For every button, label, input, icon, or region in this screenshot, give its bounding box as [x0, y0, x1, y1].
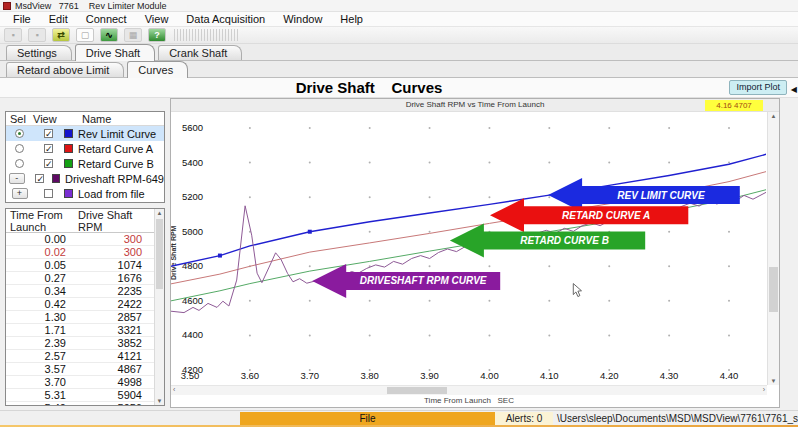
import-plot-button[interactable]: Import Plot [729, 80, 787, 95]
cell-time[interactable]: 0.02 [6, 246, 68, 258]
print-icon[interactable]: ▪ [28, 28, 46, 42]
scroll-right-icon[interactable]: › [763, 386, 765, 393]
annotation-label: RETARD CURVE A [562, 210, 650, 221]
table-row[interactable]: 0.271676 [6, 272, 154, 285]
cell-rpm[interactable]: 2235 [68, 285, 148, 297]
checkbox-driveshaft-rpm[interactable]: ✓ [35, 174, 44, 183]
chart-vertical-scrollbar[interactable]: ▲ ▼ [767, 112, 779, 385]
save-icon[interactable]: ▪ [4, 28, 22, 42]
tab-curves[interactable]: Curves [127, 61, 188, 78]
legend-name-driveshaft-rpm[interactable]: Driveshaft RPM-649 [65, 173, 164, 185]
table-row[interactable]: 0.422422 [6, 298, 154, 311]
y-axis-label: Drive Shaft RPM [171, 225, 177, 280]
cell-rpm[interactable]: 4998 [68, 376, 148, 388]
scroll-thumb[interactable] [156, 219, 163, 289]
checkbox-retard-a[interactable]: ✓ [44, 144, 53, 153]
grid-icon[interactable]: ▦ [124, 28, 142, 42]
menu-connect[interactable]: Connect [77, 13, 136, 25]
cell-rpm[interactable]: 5904 [68, 389, 148, 401]
checkbox-rev-limit[interactable]: ✓ [44, 129, 53, 138]
chart-horizontal-scrollbar[interactable]: ‹ › [171, 385, 767, 395]
cell-time[interactable]: 0.27 [6, 272, 68, 284]
connect-icon[interactable]: ⇄ [52, 28, 70, 42]
scroll-thumb[interactable] [769, 267, 778, 312]
table-row[interactable]: 0.051074 [6, 259, 154, 272]
cell-time[interactable]: 0.05 [6, 259, 68, 271]
menu-view[interactable]: View [136, 13, 178, 25]
menu-file[interactable]: File [4, 13, 40, 25]
cell-time[interactable]: 2.39 [6, 337, 68, 349]
tab-settings[interactable]: Settings [6, 45, 72, 60]
legend-name-retard-b[interactable]: Retard Curve B [78, 158, 164, 170]
legend-row-rev-limit[interactable]: ✓ Rev Limit Curve [6, 126, 164, 141]
tab-drive-shaft[interactable]: Drive Shaft [75, 44, 155, 61]
cell-rpm[interactable]: 2857 [68, 311, 148, 323]
cell-time[interactable]: 1.71 [6, 324, 68, 336]
table-scrollbar[interactable]: ▲ ▼ [154, 209, 164, 405]
table-row[interactable]: 3.704998 [6, 376, 154, 389]
checkbox-load-from-file[interactable] [44, 189, 53, 198]
table-row[interactable]: 0.02300 [6, 246, 154, 259]
menu-window[interactable]: Window [274, 13, 331, 25]
cell-time[interactable]: 3.57 [6, 363, 68, 375]
scroll-thumb[interactable] [387, 387, 447, 394]
table-row[interactable]: 2.393852 [6, 337, 154, 350]
cell-time[interactable]: 2.57 [6, 350, 68, 362]
radio-rev-limit[interactable] [15, 129, 24, 138]
plot-area[interactable]: 420044004600480050005200540056003.503.60… [171, 112, 766, 385]
remove-curve-button[interactable]: - [9, 173, 25, 184]
cell-rpm[interactable]: 300 [68, 246, 148, 258]
panel-collapse-icon[interactable]: ◀ [791, 85, 797, 94]
table-row[interactable]: 1.713321 [6, 324, 154, 337]
cell-rpm[interactable]: 4121 [68, 350, 148, 362]
tab-retard-above-limit[interactable]: Retard above Limit [6, 62, 124, 77]
legend-row-load-from-file[interactable]: + Load from file [6, 186, 164, 201]
table-row[interactable]: 0.00300 [6, 233, 154, 246]
menu-data-acquisition[interactable]: Data Acquisition [177, 13, 274, 25]
table-row[interactable]: 1.302857 [6, 311, 154, 324]
cell-rpm[interactable]: 4867 [68, 363, 148, 375]
cell-rpm[interactable]: 2422 [68, 298, 148, 310]
radio-retard-a[interactable] [15, 144, 24, 153]
table-row[interactable]: 0.342235 [6, 285, 154, 298]
cell-rpm[interactable]: 300 [68, 233, 148, 245]
add-curve-button[interactable]: + [12, 188, 28, 199]
status-file-path: \Users\sleep\Documents\MSD\MSDView\7761\… [557, 412, 798, 425]
scroll-down-icon[interactable]: ▼ [768, 378, 779, 384]
new-file-icon[interactable]: ▢ [76, 28, 94, 42]
table-row[interactable]: 5.405956 [6, 402, 154, 406]
cell-time[interactable]: 3.70 [6, 376, 68, 388]
scroll-up-icon[interactable]: ▲ [768, 113, 779, 119]
cell-time[interactable]: 5.31 [6, 389, 68, 401]
menu-edit[interactable]: Edit [40, 13, 77, 25]
legend-name-rev-limit[interactable]: Rev Limit Curve [78, 128, 164, 140]
cell-rpm[interactable]: 1074 [68, 259, 148, 271]
legend-row-retard-a[interactable]: ✓ Retard Curve A [6, 141, 164, 156]
cell-time[interactable]: 0.42 [6, 298, 68, 310]
scroll-up-icon[interactable]: ▲ [155, 210, 164, 216]
legend-row-retard-b[interactable]: ✓ Retard Curve B [6, 156, 164, 171]
table-row[interactable]: 5.315904 [6, 389, 154, 402]
cell-rpm[interactable]: 3321 [68, 324, 148, 336]
grid-dot [309, 196, 311, 198]
menu-help[interactable]: Help [331, 13, 372, 25]
help-icon[interactable]: ? [148, 28, 166, 42]
table-row[interactable]: 3.574867 [6, 363, 154, 376]
legend-row-driveshaft-rpm[interactable]: - ✓ Driveshaft RPM-649 [6, 171, 164, 186]
cell-time[interactable]: 1.30 [6, 311, 68, 323]
legend-name-load-from-file[interactable]: Load from file [78, 188, 164, 200]
cell-rpm[interactable]: 3852 [68, 337, 148, 349]
scroll-down-icon[interactable]: ▼ [155, 398, 164, 404]
plot-icon[interactable]: ∿ [100, 28, 118, 42]
cell-time[interactable]: 0.00 [6, 233, 68, 245]
radio-retard-b[interactable] [15, 159, 24, 168]
cell-rpm[interactable]: 1676 [68, 272, 148, 284]
tab-crank-shaft[interactable]: Crank Shaft [158, 45, 242, 60]
legend-name-retard-a[interactable]: Retard Curve A [78, 143, 164, 155]
scroll-left-icon[interactable]: ‹ [173, 386, 175, 393]
table-row[interactable]: 2.574121 [6, 350, 154, 363]
cell-rpm[interactable]: 5956 [68, 402, 148, 406]
cell-time[interactable]: 0.34 [6, 285, 68, 297]
checkbox-retard-b[interactable]: ✓ [44, 159, 53, 168]
cell-time[interactable]: 5.40 [6, 402, 68, 406]
